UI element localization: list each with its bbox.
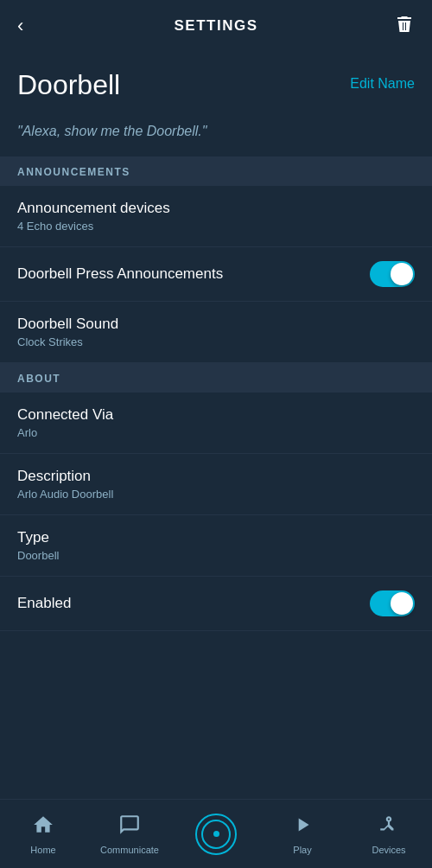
- doorbell-press-toggle[interactable]: [370, 261, 415, 287]
- play-label: Play: [293, 845, 311, 855]
- alexa-prompt-text: "Alexa, show me the Doorbell.": [17, 124, 206, 138]
- enabled-title: Enabled: [17, 595, 370, 612]
- announcement-devices-title: Announcement devices: [17, 200, 415, 217]
- announcements-label: ANNOUNCEMENTS: [17, 166, 130, 178]
- doorbell-sound-content: Doorbell Sound Clock Strikes: [17, 316, 415, 348]
- connected-via-content: Connected Via Arlo: [17, 406, 415, 439]
- enabled-toggle[interactable]: [370, 590, 415, 616]
- alexa-prompt-section: "Alexa, show me the Doorbell.": [0, 110, 432, 156]
- device-name-section: Doorbell Edit Name: [0, 52, 432, 110]
- doorbell-sound-title: Doorbell Sound: [17, 316, 415, 333]
- devices-icon: [378, 814, 400, 841]
- alexa-dot: [213, 831, 219, 837]
- delete-button[interactable]: [389, 14, 415, 39]
- enabled-item[interactable]: Enabled: [0, 577, 432, 631]
- connected-via-subtitle: Arlo: [17, 426, 415, 439]
- back-button[interactable]: ‹: [17, 15, 43, 37]
- alexa-ring-outer: [195, 814, 237, 855]
- announcement-devices-subtitle: 4 Echo devices: [17, 220, 415, 233]
- edit-name-button[interactable]: Edit Name: [350, 69, 415, 92]
- announcement-devices-content: Announcement devices 4 Echo devices: [17, 200, 415, 233]
- nav-item-home[interactable]: Home: [0, 800, 86, 868]
- enabled-content: Enabled: [17, 595, 370, 612]
- toggle-knob: [391, 263, 413, 285]
- nav-item-play[interactable]: Play: [259, 800, 346, 868]
- device-name: Doorbell: [17, 69, 120, 101]
- home-label: Home: [30, 845, 55, 855]
- bottom-nav: Home Communicate Play: [0, 799, 432, 868]
- type-content: Type Doorbell: [17, 529, 415, 562]
- type-title: Type: [17, 529, 415, 546]
- about-section-header: ABOUT: [0, 363, 432, 393]
- announcement-devices-item[interactable]: Announcement devices 4 Echo devices: [0, 186, 432, 247]
- nav-item-communicate[interactable]: Communicate: [86, 800, 173, 868]
- doorbell-press-announcements-item[interactable]: Doorbell Press Announcements: [0, 247, 432, 302]
- communicate-icon: [118, 814, 141, 841]
- connected-via-item[interactable]: Connected Via Arlo: [0, 393, 432, 454]
- home-icon: [32, 814, 54, 841]
- description-item[interactable]: Description Arlo Audio Doorbell: [0, 454, 432, 515]
- doorbell-press-content: Doorbell Press Announcements: [17, 265, 370, 283]
- doorbell-press-title: Doorbell Press Announcements: [17, 265, 370, 283]
- devices-label: Devices: [372, 845, 405, 855]
- communicate-label: Communicate: [100, 845, 159, 855]
- page-title: SETTINGS: [174, 17, 257, 35]
- delete-icon: [394, 14, 415, 35]
- description-subtitle: Arlo Audio Doorbell: [17, 488, 415, 501]
- header: ‹ SETTINGS: [0, 0, 432, 52]
- announcements-section-header: ANNOUNCEMENTS: [0, 156, 432, 186]
- type-subtitle: Doorbell: [17, 549, 415, 562]
- play-icon: [291, 814, 314, 841]
- doorbell-sound-subtitle: Clock Strikes: [17, 335, 415, 348]
- connected-via-title: Connected Via: [17, 406, 415, 424]
- description-content: Description Arlo Audio Doorbell: [17, 468, 415, 501]
- nav-item-devices[interactable]: Devices: [346, 800, 432, 868]
- enabled-toggle-knob: [391, 592, 413, 615]
- type-item[interactable]: Type Doorbell: [0, 515, 432, 577]
- nav-item-alexa[interactable]: [173, 800, 259, 868]
- alexa-ring-inner: [201, 820, 231, 849]
- description-title: Description: [17, 468, 415, 485]
- doorbell-sound-item[interactable]: Doorbell Sound Clock Strikes: [0, 302, 432, 363]
- about-label: ABOUT: [17, 373, 60, 385]
